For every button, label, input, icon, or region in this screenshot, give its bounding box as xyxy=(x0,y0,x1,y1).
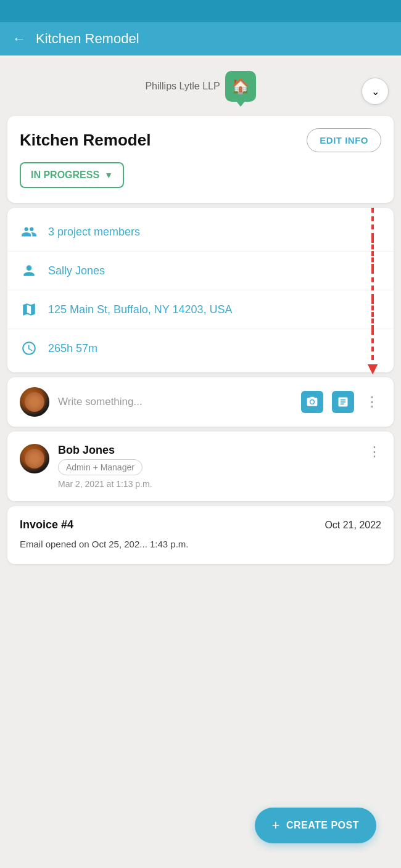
chevron-down-icon: ⌄ xyxy=(371,86,379,97)
header: ← Kitchen Remodel xyxy=(0,22,401,55)
invoice-card: Invoice #4 Oct 21, 2022 Email opened on … xyxy=(7,506,394,564)
contact-text: Sally Jones xyxy=(48,264,105,277)
members-text: 3 project members xyxy=(48,226,140,239)
dashed-line-3 xyxy=(371,269,374,299)
post-card: Bob Jones Admin + Manager Mar 2, 2021 at… xyxy=(7,432,394,501)
current-user-avatar xyxy=(20,387,49,417)
write-post-bar: Write something... ⋮ xyxy=(7,377,394,427)
people-icon xyxy=(20,223,38,241)
create-post-button[interactable]: + CREATE POST xyxy=(255,808,376,843)
company-banner: Phillips Lytle LLP 🏠 ⌄ xyxy=(0,55,401,111)
attachment-button[interactable] xyxy=(332,391,354,413)
company-name: Phillips Lytle LLP xyxy=(145,81,220,92)
details-card: ▼ 3 project members Sally Jones 125 Main… xyxy=(7,208,394,372)
map-icon xyxy=(20,300,38,319)
post-time: Mar 2, 2021 at 1:13 p.m. xyxy=(58,479,359,489)
post-user-avatar xyxy=(20,444,49,473)
post-more-icon[interactable]: ⋮ xyxy=(368,444,381,460)
edit-info-button[interactable]: EDIT INFO xyxy=(307,128,381,152)
time-row[interactable]: 265h 57m xyxy=(7,329,394,367)
project-card: Kitchen Remodel EDIT INFO IN PROGRESS ▼ xyxy=(7,116,394,203)
post-username: Bob Jones xyxy=(58,444,359,457)
status-badge[interactable]: IN PROGRESS ▼ xyxy=(20,162,124,188)
scroll-indicator: ▼ xyxy=(364,208,381,377)
arrow-down-icon: ▼ xyxy=(364,360,381,377)
dashed-line-5 xyxy=(371,330,374,360)
post-user-info: Bob Jones Admin + Manager Mar 2, 2021 at… xyxy=(58,444,359,489)
address-text: 125 Main St, Buffalo, NY 14203, USA xyxy=(48,303,233,316)
contact-row[interactable]: Sally Jones xyxy=(7,252,394,290)
home-icon: 🏠 xyxy=(231,78,250,95)
company-logo: 🏠 xyxy=(225,71,256,102)
dashed-line-2 xyxy=(371,238,374,268)
status-bar xyxy=(0,0,401,22)
invoice-date: Oct 21, 2022 xyxy=(325,520,381,531)
clock-icon xyxy=(20,339,38,358)
invoice-number: Invoice #4 xyxy=(20,518,73,531)
status-arrow-icon: ▼ xyxy=(104,170,113,180)
write-post-placeholder[interactable]: Write something... xyxy=(58,396,292,408)
members-row[interactable]: 3 project members xyxy=(7,213,394,252)
invoice-detail: Email opened on Oct 25, 202... 1:43 p.m. xyxy=(20,538,381,552)
collapse-button[interactable]: ⌄ xyxy=(362,78,389,105)
dashed-line xyxy=(371,208,374,238)
address-row[interactable]: 125 Main St, Buffalo, NY 14203, USA xyxy=(7,290,394,329)
time-text: 265h 57m xyxy=(48,342,97,355)
camera-button[interactable] xyxy=(301,391,323,413)
header-title: Kitchen Remodel xyxy=(36,31,139,47)
post-header: Bob Jones Admin + Manager Mar 2, 2021 at… xyxy=(20,444,381,489)
create-post-label: CREATE POST xyxy=(286,820,359,831)
back-button[interactable]: ← xyxy=(12,31,26,47)
person-icon xyxy=(20,261,38,280)
dashed-line-4 xyxy=(371,299,374,329)
project-card-header: Kitchen Remodel EDIT INFO xyxy=(20,128,381,152)
status-label: IN PROGRESS xyxy=(31,170,99,181)
invoice-header: Invoice #4 Oct 21, 2022 xyxy=(20,518,381,531)
more-options-icon[interactable]: ⋮ xyxy=(363,394,381,410)
post-role-badge: Admin + Manager xyxy=(58,459,143,475)
project-title: Kitchen Remodel xyxy=(20,131,151,150)
create-post-plus-icon: + xyxy=(272,817,280,833)
